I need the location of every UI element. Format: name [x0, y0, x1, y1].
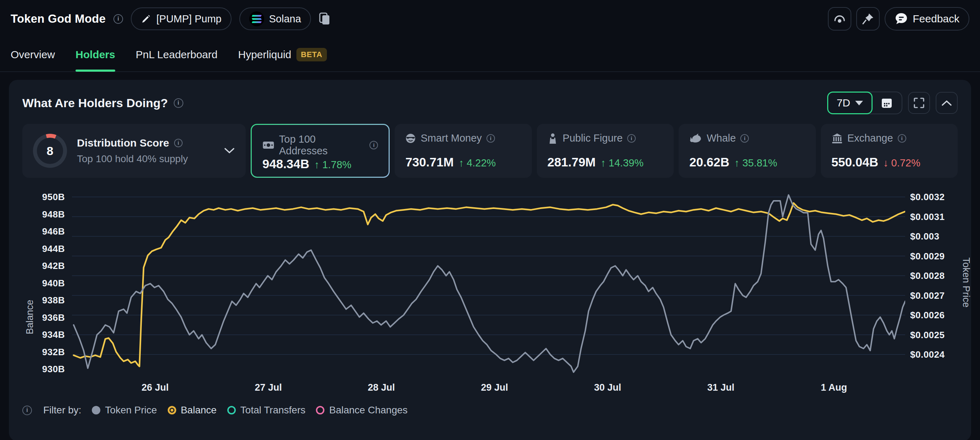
card-label-row: Smart Moneyi [405, 132, 521, 144]
card-value: 730.71M [405, 155, 453, 169]
distribution-score-info-icon[interactable]: i [174, 139, 183, 147]
filter-option-balance-changes[interactable]: Balance Changes [316, 405, 407, 416]
card-change-up: ↑ 1.78% [314, 159, 352, 171]
y-tick-right: $0.003 [910, 231, 956, 242]
x-tick-31-jul: 31 Jul [707, 382, 735, 393]
holders-chart: Balance 950B948B946B944B942B940B938B936B… [22, 188, 958, 396]
y-tick-right: $0.0029 [910, 250, 956, 261]
section-info-icon[interactable]: i [174, 98, 183, 108]
feedback-button[interactable]: Feedback [885, 7, 969, 30]
fullscreen-button[interactable] [908, 92, 930, 114]
card-label-row: Top 100 Addressesi [262, 134, 378, 157]
y-tick-left: 944B [22, 243, 65, 254]
chevron-down-icon[interactable] [224, 147, 235, 155]
filter-option-token-price[interactable]: Token Price [92, 405, 157, 416]
page-title: Token God Mode [11, 12, 106, 26]
card-label: Exchange [847, 132, 893, 144]
token-pill-label: [PUMP] Pump [156, 13, 221, 25]
card-info-icon[interactable]: i [487, 134, 495, 143]
x-tick-29-jul: 29 Jul [481, 382, 508, 393]
watch-eye-icon [833, 13, 846, 24]
distribution-score-value: 8 [33, 134, 67, 168]
card-public-figure[interactable]: Public Figurei281.79M↑ 14.39% [537, 124, 674, 178]
calendar-button[interactable] [872, 92, 902, 113]
filter-swatch-ring [227, 406, 236, 414]
card-info-icon[interactable]: i [369, 141, 378, 149]
y-tick-left: 936B [22, 312, 65, 323]
collapse-button[interactable] [936, 92, 958, 114]
chain-selector-pill[interactable]: Solana [239, 8, 311, 30]
card-whale[interactable]: Whalei20.62B↑ 35.81% [679, 124, 816, 178]
chart-plot-area[interactable] [72, 188, 905, 376]
y-tick-right: $0.0027 [910, 290, 956, 301]
filter-by-label: Filter by: [43, 405, 81, 416]
card-info-icon[interactable]: i [898, 134, 906, 143]
card-value: 948.34B [262, 157, 309, 171]
metric-cards-row: 8 Distribution Score i Top 100 hold 40% … [22, 124, 958, 178]
x-tick-27-jul: 27 Jul [255, 382, 282, 393]
filter-option-total-transfers[interactable]: Total Transfers [227, 405, 305, 416]
x-tick-26-jul: 26 Jul [142, 382, 169, 393]
card-value-row: 948.34B↑ 1.78% [262, 157, 378, 171]
calendar-icon [880, 97, 893, 109]
y-tick-right: $0.0032 [910, 191, 956, 202]
distribution-score-card[interactable]: 8 Distribution Score i Top 100 hold 40% … [22, 124, 246, 178]
card-value: 20.62B [689, 155, 729, 169]
tab-overview[interactable]: Overview [11, 38, 55, 71]
filter-option-label: Balance [181, 405, 216, 416]
card-exchange[interactable]: Exchangei550.04B↓ 0.72% [821, 124, 958, 178]
y-tick-left: 940B [22, 277, 65, 289]
chart-controls: 7D [827, 92, 958, 114]
filter-option-label: Token Price [105, 405, 157, 416]
range-dropdown[interactable]: 7D [827, 92, 873, 114]
card-info-icon[interactable]: i [740, 134, 749, 143]
banknote-icon [262, 140, 274, 150]
tab-label: Overview [11, 49, 55, 61]
card-value-row: 550.04B↓ 0.72% [831, 155, 947, 169]
solana-icon [249, 11, 264, 26]
filter-swatch-radio [168, 406, 176, 414]
x-tick-28-jul: 28 Jul [368, 382, 395, 393]
card-value: 281.79M [547, 155, 596, 169]
filter-info-icon[interactable]: i [22, 406, 32, 415]
watchlist-button[interactable] [828, 7, 851, 30]
card-value-row: 20.62B↑ 35.81% [689, 155, 805, 169]
holders-panel: What Are Holders Doing? i 7D [9, 80, 971, 440]
token-god-mode-app: Token God Mode i [PUMP] Pump Solana [0, 0, 980, 440]
card-value-row: 730.71M↑ 4.22% [405, 155, 521, 169]
token-selector-pill[interactable]: [PUMP] Pump [131, 8, 232, 30]
tab-bar: OverviewHoldersPnL LeaderboardHyperliqui… [0, 38, 980, 72]
y-tick-left: 934B [22, 329, 65, 340]
topbar-actions: Feedback [828, 7, 969, 30]
distribution-score-subtitle: Top 100 hold 40% supply [77, 153, 188, 165]
section-title: What Are Holders Doing? [22, 96, 168, 110]
card-change-up: ↑ 4.22% [459, 157, 496, 169]
card-smart-money[interactable]: Smart Moneyi730.71M↑ 4.22% [395, 124, 531, 178]
card-change-down: ↓ 0.72% [883, 157, 920, 169]
card-top-100-addresses[interactable]: Top 100 Addressesi948.34B↑ 1.78% [251, 124, 390, 178]
tab-holders[interactable]: Holders [76, 38, 115, 71]
tab-label: Hyperliquid [238, 49, 291, 61]
copy-address-icon[interactable] [319, 12, 331, 26]
card-info-icon[interactable]: i [627, 134, 636, 143]
feedback-bubble-icon [894, 12, 908, 26]
chevron-up-icon [941, 99, 952, 107]
smart-money-icon [405, 133, 416, 144]
distribution-score-title: Distribution Score [77, 137, 169, 149]
tab-pnl-leaderboard[interactable]: PnL Leaderboard [136, 38, 218, 71]
panel-header: What Are Holders Doing? i 7D [22, 91, 958, 115]
title-info-icon[interactable]: i [113, 14, 123, 24]
x-tick-30-jul: 30 Jul [594, 382, 622, 393]
fullscreen-icon [913, 97, 925, 109]
card-label: Smart Money [420, 132, 482, 144]
y-tick-left: 946B [22, 226, 65, 237]
pin-button[interactable] [856, 7, 880, 30]
feedback-label: Feedback [913, 13, 959, 25]
tab-label: Holders [76, 49, 115, 61]
price-axis: $0.0032$0.0031$0.003$0.0029$0.0028$0.002… [910, 188, 956, 376]
y-tick-left: 942B [22, 260, 65, 271]
filter-option-balance[interactable]: Balance [168, 405, 216, 416]
y-tick-left: 948B [22, 209, 65, 220]
card-label: Top 100 Addresses [279, 134, 365, 157]
tab-hyperliquid[interactable]: HyperliquidBETA [238, 38, 326, 71]
